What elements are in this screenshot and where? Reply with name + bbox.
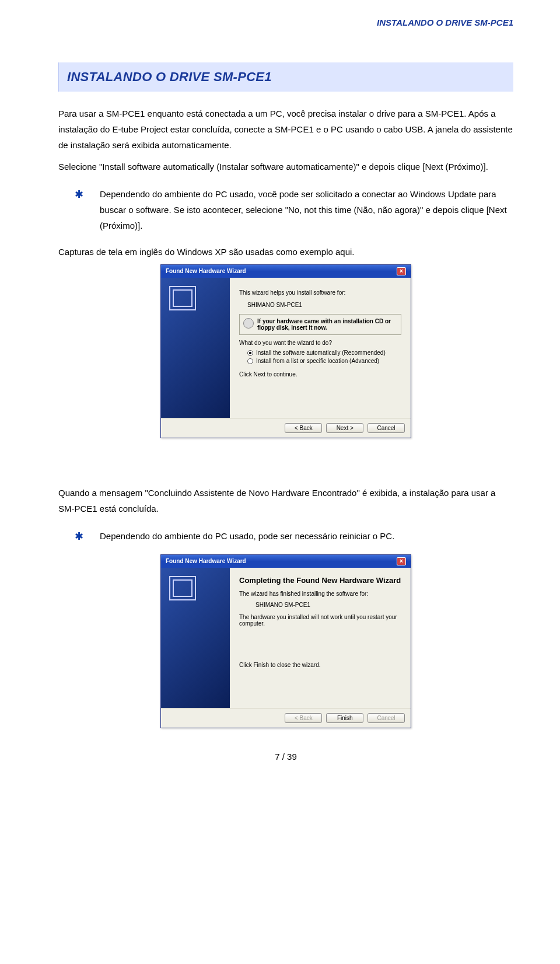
figure-2: Found New Hardware Wizard × Completing t…	[58, 554, 513, 728]
wizard-heading: Completing the Found New Hardware Wizard	[239, 576, 401, 585]
cancel-button[interactable]: Cancel	[368, 423, 405, 433]
back-button: < Back	[285, 713, 322, 723]
wizard-content: Completing the Found New Hardware Wizard…	[230, 568, 411, 708]
wizard-footer: < Back Finish Cancel	[161, 708, 411, 728]
hardware-icon	[169, 286, 196, 310]
wizard-dialog-1: Found New Hardware Wizard × This wizard …	[160, 264, 411, 438]
conclusion-paragraph: Quando a mensagem "Concluindo Assistente…	[58, 485, 513, 516]
cd-hint-text: If your hardware came with an installati…	[257, 318, 391, 331]
hardware-icon	[169, 576, 196, 600]
cd-hint-box: If your hardware came with an installati…	[239, 314, 401, 335]
wizard-title: Found New Hardware Wizard	[166, 555, 246, 568]
cancel-button: Cancel	[368, 713, 405, 723]
next-button[interactable]: Next >	[326, 423, 363, 433]
back-button[interactable]: < Back	[285, 423, 322, 433]
wizard-sidebar	[161, 278, 230, 418]
wizard-sidebar	[161, 568, 230, 708]
wizard-dialog-2: Found New Hardware Wizard × Completing t…	[160, 554, 411, 728]
asterisk-icon: ✱	[75, 528, 83, 545]
note-2-text: Dependendo do ambiente do PC usado, pode…	[100, 528, 394, 545]
wizard-close-hint: Click Finish to close the wizard.	[239, 662, 401, 668]
figure-1: Found New Hardware Wizard × This wizard …	[58, 264, 513, 438]
close-icon[interactable]: ×	[397, 267, 406, 275]
running-header: INSTALANDO O DRIVE SM-PCE1	[58, 18, 513, 27]
wizard-device-name: SHIMANO SM-PCE1	[256, 602, 401, 608]
wizard-device-name: SHIMANO SM-PCE1	[247, 302, 401, 308]
wizard-title: Found New Hardware Wizard	[166, 265, 246, 278]
document-page: INSTALANDO O DRIVE SM-PCE1 INSTALANDO O …	[0, 0, 560, 785]
finish-button[interactable]: Finish	[326, 713, 363, 723]
wizard-content: This wizard helps you install software f…	[230, 278, 411, 418]
wizard-restart-warning: The hardware you installed will not work…	[239, 614, 401, 627]
close-icon[interactable]: ×	[397, 557, 406, 565]
radio-install-list[interactable]: Install from a list or specific location…	[247, 358, 401, 364]
section-title-text: INSTALANDO O DRIVE SM-PCE1	[67, 69, 272, 84]
note-1: ✱ Dependendo do ambiente do PC usado, vo…	[75, 186, 513, 233]
wizard-question: What do you want the wizard to do?	[239, 340, 401, 346]
radio-auto-label: Install the software automatically (Reco…	[256, 350, 386, 356]
intro-paragraph: Para usar a SM-PCE1 enquanto está conect…	[58, 106, 513, 153]
radio-dot-icon	[247, 358, 253, 364]
section-title-box: INSTALANDO O DRIVE SM-PCE1	[58, 62, 513, 92]
radio-install-auto[interactable]: Install the software automatically (Reco…	[247, 350, 401, 356]
wizard-help-line: This wizard helps you install software f…	[239, 289, 401, 296]
intro-text: Para usar a SM-PCE1 enquanto está conect…	[58, 109, 513, 150]
note-2: ✱ Dependendo do ambiente do PC usado, po…	[75, 528, 513, 545]
radio-dot-icon	[247, 350, 253, 356]
caption-1: Capturas de tela em inglês do Windows XP…	[58, 244, 513, 260]
wizard-footer: < Back Next > Cancel	[161, 418, 411, 438]
radio-list-label: Install from a list or specific location…	[256, 358, 379, 364]
intro-tail: Selecione "Install software automaticall…	[58, 159, 513, 174]
page-number: 7 / 39	[58, 752, 513, 762]
wizard-continue-hint: Click Next to continue.	[239, 371, 401, 378]
wizard-finished-line: The wizard has finished installing the s…	[239, 591, 401, 597]
note-1-text: Dependendo do ambiente do PC usado, você…	[100, 186, 513, 233]
wizard-titlebar: Found New Hardware Wizard ×	[161, 265, 411, 278]
wizard-titlebar: Found New Hardware Wizard ×	[161, 555, 411, 568]
asterisk-icon: ✱	[75, 186, 83, 233]
